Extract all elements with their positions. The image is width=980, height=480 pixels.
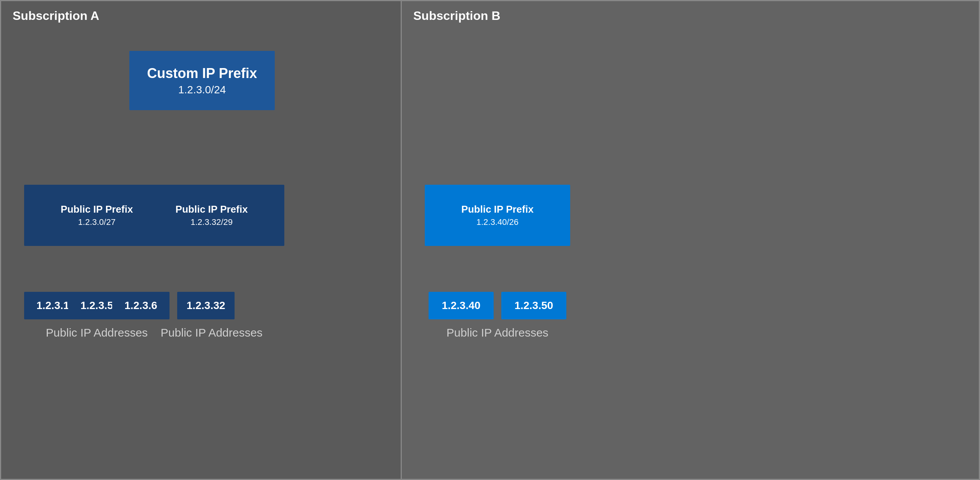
pip-b-subtitle: 1.2.3.40/26: [476, 217, 519, 227]
pip-b-ip-label: Public IP Addresses: [425, 326, 570, 339]
pip-b-title: Public IP Prefix: [461, 203, 534, 215]
subscription-b-label: Subscription B: [402, 1, 979, 31]
subscription-b-panel: Subscription B Public IP Prefix 1.2.3.40…: [402, 0, 980, 480]
pip-center-subtitle: 1.2.3.32/29: [191, 217, 233, 227]
subscription-a-label: Subscription A: [1, 1, 401, 31]
ip-addr-3: 1.2.3.6: [112, 292, 170, 319]
subscription-a-panel: Subscription A Custom IP Prefix 1.2.3.0/…: [0, 0, 402, 480]
custom-ip-prefix-title: Custom IP Prefix: [147, 65, 257, 81]
pip-center-ip-label: Public IP Addresses: [139, 326, 284, 339]
ip-addr-center: 1.2.3.32: [177, 292, 235, 319]
pip-center-box: Public IP Prefix 1.2.3.32/29: [139, 185, 284, 246]
custom-ip-prefix-subtitle: 1.2.3.0/24: [178, 84, 226, 96]
main-container: Subscription A Custom IP Prefix 1.2.3.0/…: [0, 0, 980, 480]
pip-left-subtitle: 1.2.3.0/27: [78, 217, 116, 227]
ip-addr-b-2: 1.2.3.50: [501, 292, 566, 319]
pip-left-title: Public IP Prefix: [61, 203, 133, 215]
custom-ip-prefix-box: Custom IP Prefix 1.2.3.0/24: [129, 51, 275, 110]
ip-addr-b-1: 1.2.3.40: [429, 292, 494, 319]
pip-b-box: Public IP Prefix 1.2.3.40/26: [425, 185, 570, 246]
pip-center-title: Public IP Prefix: [176, 203, 248, 215]
